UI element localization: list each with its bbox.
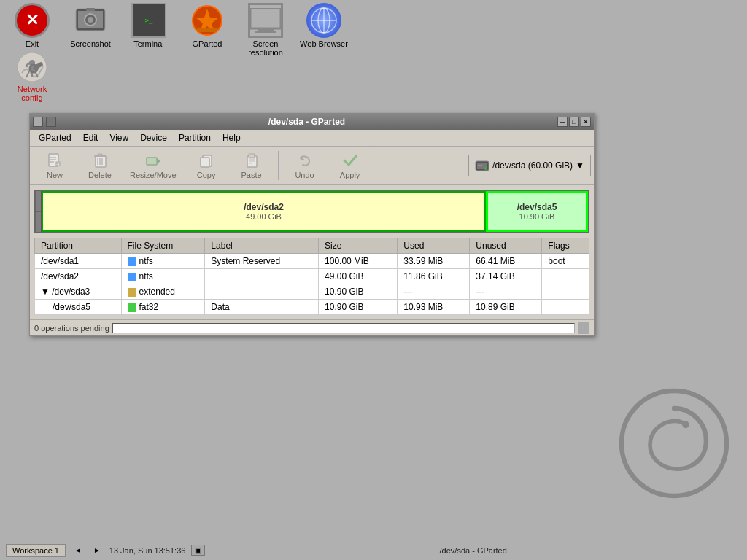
svg-rect-29 xyxy=(96,156,106,167)
svg-rect-7 xyxy=(250,8,281,28)
screenshot-icon xyxy=(73,3,108,38)
screen-resolution-icon-btn[interactable]: Screen resolution xyxy=(239,3,292,57)
menubar: GParted Edit View Device Partition Help xyxy=(30,130,594,147)
window-close-btn[interactable] xyxy=(33,117,43,127)
resize-btn[interactable]: Resize/Move xyxy=(123,148,183,183)
web-browser-label: Web Browser xyxy=(300,39,348,48)
apply-label: Apply xyxy=(340,171,360,179)
status-text: 0 operations pending xyxy=(34,324,109,332)
menu-edit[interactable]: Edit xyxy=(77,131,104,144)
screenshot-icon-btn[interactable]: Screenshot xyxy=(64,3,117,48)
unallocated-part: │ xyxy=(36,191,42,232)
taskbar-window-title: /dev/sda - GParted xyxy=(440,546,507,555)
col-label: Label xyxy=(205,238,319,254)
menu-partition[interactable]: Partition xyxy=(173,131,217,144)
taskbar-prev-arrow[interactable]: ◄ xyxy=(71,545,85,556)
cell-fs: ntfs xyxy=(121,254,205,269)
web-browser-icon xyxy=(306,3,341,38)
cell-label: Data xyxy=(205,300,319,315)
menu-view[interactable]: View xyxy=(104,131,134,144)
partition-visual: │ /dev/sda2 49.00 GiB /dev/sda5 10.90 Gi… xyxy=(34,190,589,233)
cell-unused: --- xyxy=(470,284,542,300)
web-browser-icon-btn[interactable]: Web Browser xyxy=(298,3,350,48)
apply-btn[interactable]: Apply xyxy=(328,148,372,183)
cell-flags: boot xyxy=(542,254,589,269)
cell-unused: 10.89 GiB xyxy=(470,300,542,315)
copy-icon xyxy=(198,152,215,169)
paste-label: Paste xyxy=(241,171,262,179)
cell-used: --- xyxy=(398,284,470,300)
status-bar: 0 operations pending xyxy=(30,319,594,335)
col-used: Used xyxy=(398,238,470,254)
cell-fs: fat32 xyxy=(121,300,205,315)
screenshot-label: Screenshot xyxy=(70,39,111,48)
workspace-btn[interactable]: Workspace 1 xyxy=(6,544,66,557)
new-btn[interactable]: New xyxy=(33,148,77,183)
new-label: New xyxy=(47,171,63,179)
device-select-btn[interactable]: /dev/sda (60.00 GiB) ▼ xyxy=(468,155,591,176)
cell-unused: 37.14 GiB xyxy=(470,269,542,284)
undo-label: Undo xyxy=(295,171,314,179)
device-name: /dev/sda (60.00 GiB) xyxy=(492,160,573,171)
menu-device[interactable]: Device xyxy=(134,131,173,144)
paste-btn[interactable]: Paste xyxy=(230,148,274,183)
partition-table: Partition File System Label Size Used Un… xyxy=(34,238,589,315)
exit-icon: ✕ xyxy=(15,3,50,38)
partition-sda5-visual[interactable]: /dev/sda5 10.90 GiB xyxy=(486,191,588,232)
partition-table-container: Partition File System Label Size Used Un… xyxy=(34,238,589,315)
partition-sda2-visual[interactable]: /dev/sda2 49.00 GiB xyxy=(42,191,486,232)
taskbar: Workspace 1 ◄ ► 13 Jan, Sun 13:51:36 ▣ /… xyxy=(0,540,747,560)
delete-btn[interactable]: Delete xyxy=(78,148,122,183)
device-selector[interactable]: /dev/sda (60.00 GiB) ▼ xyxy=(468,155,591,176)
window-minimize-ctrl[interactable]: ─ xyxy=(557,117,568,127)
table-row[interactable]: /dev/sda2 ntfs 49.00 GiB 11.86 GiB 37.14… xyxy=(35,269,589,284)
table-row[interactable]: /dev/sda5 fat32 Data 10.90 GiB 10.93 MiB… xyxy=(35,300,589,315)
svg-rect-31 xyxy=(98,154,102,156)
table-row[interactable]: ▼ /dev/sda3 extended 10.90 GiB --- --- xyxy=(35,284,589,300)
network-config-label: Network config xyxy=(6,85,58,102)
cell-fs: ntfs xyxy=(121,269,205,284)
svg-rect-4 xyxy=(86,8,95,11)
taskbar-left: Workspace 1 ◄ ► 13 Jan, Sun 13:51:36 ▣ xyxy=(6,544,205,557)
cell-size: 49.00 GiB xyxy=(319,269,398,284)
resize-label: Resize/Move xyxy=(130,171,177,179)
terminal-icon: >_ xyxy=(131,3,166,38)
delete-label: Delete xyxy=(88,171,112,179)
menu-help[interactable]: Help xyxy=(217,131,247,144)
window-iconify-btn[interactable] xyxy=(46,117,56,127)
menu-gparted[interactable]: GParted xyxy=(33,131,77,144)
exit-label: Exit xyxy=(26,39,39,48)
gparted-icon-btn[interactable]: GParted xyxy=(181,3,233,48)
cell-partition: /dev/sda1 xyxy=(35,254,122,269)
status-progress-bar xyxy=(112,323,575,333)
device-dropdown-arrow: ▼ xyxy=(576,160,584,171)
cell-unused: 66.41 MiB xyxy=(470,254,542,269)
exit-icon-btn[interactable]: ✕ Exit xyxy=(6,3,58,48)
undo-btn[interactable]: Undo xyxy=(283,148,327,183)
cell-label: System Reserved xyxy=(205,254,319,269)
debian-swirl xyxy=(616,385,732,502)
cell-used: 11.86 GiB xyxy=(398,269,470,284)
paste-icon xyxy=(243,152,260,169)
sda5-vis-size: 10.90 GiB xyxy=(519,212,555,221)
svg-point-21 xyxy=(682,421,689,429)
sda2-vis-label: /dev/sda2 xyxy=(244,202,284,212)
taskbar-next-arrow[interactable]: ► xyxy=(90,545,104,556)
network-config-area[interactable]: Network config xyxy=(6,50,58,102)
cell-partition: /dev/sda5 xyxy=(35,300,122,315)
gparted-label: GParted xyxy=(193,39,222,48)
delete-icon xyxy=(91,152,109,169)
terminal-icon-btn[interactable]: >_ Terminal xyxy=(123,3,175,48)
screen-resolution-icon xyxy=(248,3,283,38)
terminal-label: Terminal xyxy=(133,39,164,48)
status-scroll-btn[interactable] xyxy=(578,322,589,334)
taskbar-pager[interactable]: ▣ xyxy=(191,545,205,556)
cell-partition: /dev/sda2 xyxy=(35,269,122,284)
taskbar-datetime: 13 Jan, Sun 13:51:36 xyxy=(109,546,186,555)
table-row[interactable]: /dev/sda1 ntfs System Reserved 100.00 Mi… xyxy=(35,254,589,269)
col-filesystem: File System xyxy=(121,238,205,254)
window-maximize-ctrl[interactable]: □ xyxy=(569,117,579,127)
copy-btn[interactable]: Copy xyxy=(185,148,228,183)
svg-rect-9 xyxy=(255,31,276,33)
window-close-ctrl[interactable]: ✕ xyxy=(581,117,591,127)
